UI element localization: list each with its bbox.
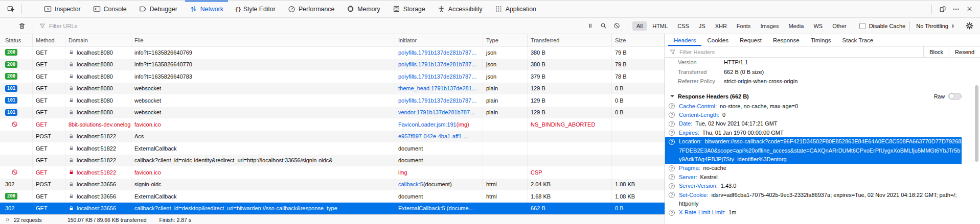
type-filter-css[interactable]: CSS xyxy=(673,21,693,31)
initiator-link[interactable]: e957f897-042e-4ba1-aff1-… xyxy=(398,133,469,139)
toolbox-tab-performance[interactable]: Performance xyxy=(283,1,339,17)
file-cell: info?t=1635826640769 xyxy=(131,46,395,59)
header-help-icon[interactable]: ? xyxy=(669,183,675,189)
type-filter-js[interactable]: JS xyxy=(695,21,710,31)
toolbox-tab-style-editor[interactable]: { }Style Editor xyxy=(231,1,280,17)
details-tab-stack-trace[interactable]: Stack Trace xyxy=(837,34,879,46)
request-row[interactable]: 101GETlocalhost:8080websockettheme_head.… xyxy=(0,83,665,95)
collapse-section-icon[interactable] xyxy=(670,95,674,97)
details-tab-cookies[interactable]: Cookies xyxy=(701,34,734,46)
responsive-design-mode-button[interactable] xyxy=(936,3,949,16)
request-row[interactable]: GETlocalhost:51822ExternalCallbackdocume… xyxy=(0,142,665,155)
initiator-link[interactable]: polyfills.1791b137de281b787… xyxy=(398,97,477,104)
toolbox-tab-storage[interactable]: Storage xyxy=(388,1,430,17)
toolbox-tab-debugger[interactable]: Debugger xyxy=(134,1,182,17)
response-header-row[interactable]: ?Server-Version1.43.0 xyxy=(665,182,962,190)
column-header-initiator[interactable]: Initiator xyxy=(395,34,483,46)
column-header-type[interactable]: Type xyxy=(483,34,528,46)
initiator-link[interactable]: theme_head.1791b137de281… xyxy=(398,85,477,91)
request-row[interactable]: 302GETlocalhost:33656callback?client_id=… xyxy=(0,203,665,215)
url-filter-field[interactable] xyxy=(49,23,584,29)
response-header-row[interactable]: ?Cache-Controlno-store, no-cache, max-ag… xyxy=(665,102,962,111)
node-picker-button[interactable] xyxy=(4,3,17,16)
details-tab-timings[interactable]: Timings xyxy=(805,34,837,46)
resend-request-button[interactable]: Resend xyxy=(949,46,980,57)
size-text: 0 B xyxy=(615,85,624,91)
block-requests-button[interactable] xyxy=(610,19,624,33)
header-help-icon[interactable]: ? xyxy=(669,192,675,198)
response-header-row[interactable]: ?Pragmano-cache xyxy=(665,164,962,172)
header-help-icon[interactable]: ? xyxy=(669,210,675,216)
type-filter-fonts[interactable]: Fonts xyxy=(733,21,755,31)
pause-traffic-button[interactable] xyxy=(584,19,597,33)
response-header-row[interactable]: ?Content-Length0 xyxy=(665,111,962,119)
response-header-row[interactable]: ?Locationbitwarden://sso-callback?code=9… xyxy=(665,137,962,164)
toolbox-tab-accessibility[interactable]: Accessibility xyxy=(433,1,487,17)
column-header-file[interactable]: File xyxy=(131,34,395,46)
request-row[interactable]: 101GETlocalhost:8080websocketpolyfills.1… xyxy=(0,94,665,107)
header-help-icon[interactable]: ? xyxy=(669,112,675,118)
request-row[interactable]: 200GETlocalhost:8080info?t=1635826640770… xyxy=(0,59,665,71)
disable-cache-checkbox[interactable]: Disable Cache xyxy=(859,23,906,29)
request-row[interactable]: GETlocalhost:51822callback?client_id=oid… xyxy=(0,155,665,167)
header-help-icon[interactable]: ? xyxy=(669,130,675,136)
response-header-row[interactable]: ?X-Rate-Limit-Limit1m xyxy=(665,208,962,217)
response-header-row[interactable]: ?Set-Cookieidsrv=adf6cba1-7075-402b-9ec3… xyxy=(665,191,962,209)
type-filter-all[interactable]: All xyxy=(632,21,647,31)
type-filter-ws[interactable]: WS xyxy=(809,21,827,31)
toolbox-tab-network[interactable]: Network xyxy=(185,1,228,17)
details-tab-headers[interactable]: Headers xyxy=(668,34,701,46)
request-row[interactable]: 200GETlocalhost:8080info?t=1635826640769… xyxy=(0,46,665,59)
response-header-row[interactable]: ?ServerKestrel xyxy=(665,173,962,182)
initiator-link[interactable]: vendor.1791b137de281b787… xyxy=(398,109,475,115)
initiator-link[interactable]: FaviconLoader.jsm:191 xyxy=(398,121,457,128)
response-header-row[interactable]: ?ExpiresThu, 01 Jan 1970 00:00:00 GMT xyxy=(665,129,962,137)
headers-filter-input[interactable] xyxy=(665,49,923,55)
raw-toggle[interactable] xyxy=(948,93,962,99)
toolbox-tab-inspector[interactable]: Inspector xyxy=(39,1,85,17)
details-tab-request[interactable]: Request xyxy=(734,34,767,46)
request-row[interactable]: 200GETlocalhost:8080info?t=1635826640783… xyxy=(0,70,665,83)
devtools-menu-button[interactable] xyxy=(949,3,963,16)
throttling-dropdown[interactable]: No Throttling xyxy=(914,23,958,29)
column-header-transferred[interactable]: Transferred xyxy=(528,34,612,46)
initiator-link[interactable]: callback:5 xyxy=(398,181,423,187)
initiator-link[interactable]: polyfills.1791b137de281b787… xyxy=(398,61,477,67)
column-header-method[interactable]: Method xyxy=(33,34,65,46)
toolbox-tab-application[interactable]: Application xyxy=(490,1,541,17)
request-row[interactable]: GETlocalhost:51822favicon.icoimgCSP xyxy=(0,166,665,179)
header-help-icon[interactable]: ? xyxy=(669,174,675,180)
request-row[interactable]: 302POSTlocalhost:33656signin-oidccallbac… xyxy=(0,179,665,191)
column-header-status[interactable]: Status xyxy=(0,34,33,46)
type-filter-xhr[interactable]: XHR xyxy=(711,21,731,31)
header-help-icon[interactable]: ? xyxy=(669,139,675,145)
initiator-link[interactable]: polyfills.1791b137de281b787… xyxy=(398,49,477,56)
type-filter-media[interactable]: Media xyxy=(784,21,808,31)
column-header-size[interactable]: Size xyxy=(612,34,665,46)
request-row[interactable]: GET8bit-solutions-dev.onelogin.…favicon.… xyxy=(0,118,665,131)
request-row[interactable]: 101GETlocalhost:8080websocketvendor.1791… xyxy=(0,107,665,119)
details-tab-response[interactable]: Response xyxy=(767,34,805,46)
header-help-icon[interactable]: ? xyxy=(669,165,675,171)
toolbox-tab-console[interactable]: Console xyxy=(88,1,131,17)
url-filter-input[interactable] xyxy=(39,23,584,29)
initiator-link[interactable]: polyfills.1791b137de281b787… xyxy=(398,73,477,80)
headers-filter-field[interactable] xyxy=(679,49,923,55)
size-cell: 1.08 KB xyxy=(612,190,665,203)
search-requests-button[interactable] xyxy=(597,19,610,33)
header-help-icon[interactable]: ? xyxy=(669,121,675,127)
clear-requests-button[interactable] xyxy=(15,19,29,33)
header-help-icon[interactable]: ? xyxy=(669,103,675,109)
request-row[interactable]: POSTlocalhost:51822Acse957f897-042e-4ba1… xyxy=(0,131,665,143)
details-scrollbar[interactable] xyxy=(975,85,978,162)
request-row[interactable]: 200GETlocalhost:33656ExternalCallbackdoc… xyxy=(0,190,665,203)
type-filter-images[interactable]: Images xyxy=(756,21,783,31)
response-header-row[interactable]: ?DateTue, 02 Nov 2021 04:17:21 GMT xyxy=(665,119,962,128)
toolbox-tab-memory[interactable]: Memory xyxy=(342,1,384,17)
type-filter-other[interactable]: Other xyxy=(828,21,851,31)
close-devtools-button[interactable] xyxy=(963,3,976,16)
block-url-button[interactable]: Block xyxy=(923,46,949,57)
network-settings-button[interactable] xyxy=(963,19,976,33)
type-filter-html[interactable]: HTML xyxy=(648,21,672,31)
column-header-domain[interactable]: Domain xyxy=(65,34,131,46)
